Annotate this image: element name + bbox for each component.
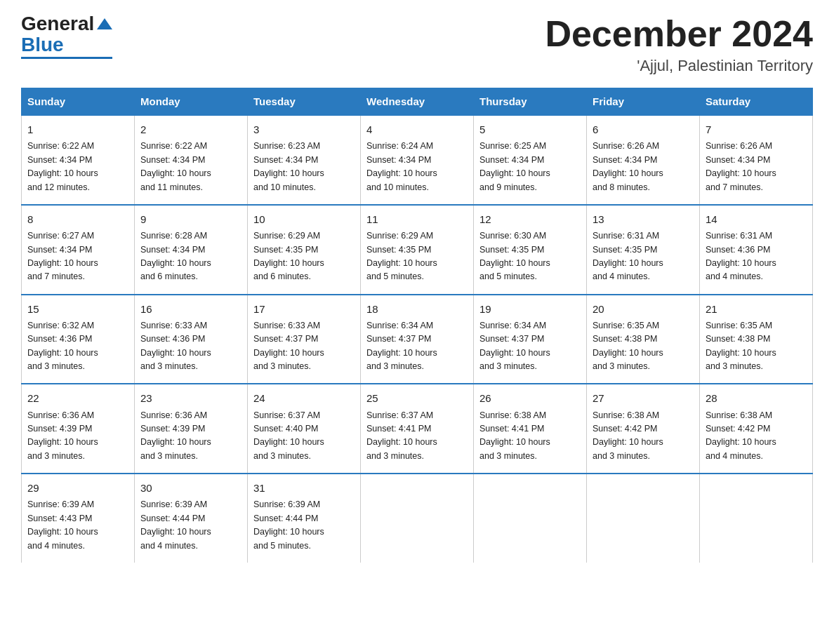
- day-of-week-header-row: SundayMondayTuesdayWednesdayThursdayFrid…: [22, 88, 813, 116]
- day-number: 28: [706, 390, 807, 406]
- logo: General Blue: [21, 14, 112, 59]
- calendar-cell: 1Sunrise: 6:22 AMSunset: 4:34 PMDaylight…: [22, 115, 135, 205]
- day-of-week-friday: Friday: [587, 88, 700, 116]
- calendar-week-5: 29Sunrise: 6:39 AMSunset: 4:43 PMDayligh…: [22, 474, 813, 563]
- calendar-cell: 10Sunrise: 6:29 AMSunset: 4:35 PMDayligh…: [248, 205, 361, 295]
- day-number: 27: [593, 390, 694, 406]
- day-of-week-saturday: Saturday: [700, 88, 813, 116]
- sunrise-info: Sunrise: 6:39 AMSunset: 4:43 PMDaylight:…: [27, 499, 98, 550]
- sunrise-info: Sunrise: 6:39 AMSunset: 4:44 PMDaylight:…: [253, 499, 324, 550]
- sunrise-info: Sunrise: 6:28 AMSunset: 4:34 PMDaylight:…: [140, 231, 211, 281]
- calendar-week-1: 1Sunrise: 6:22 AMSunset: 4:34 PMDaylight…: [22, 115, 813, 205]
- day-number: 18: [366, 301, 468, 317]
- day-number: 5: [479, 121, 581, 137]
- calendar-cell: 31Sunrise: 6:39 AMSunset: 4:44 PMDayligh…: [248, 474, 361, 563]
- calendar-cell: 25Sunrise: 6:37 AMSunset: 4:41 PMDayligh…: [361, 384, 474, 474]
- calendar-cell: [700, 474, 813, 563]
- calendar-cell: 16Sunrise: 6:33 AMSunset: 4:36 PMDayligh…: [135, 295, 248, 384]
- location-title: 'Ajjul, Palestinian Territory: [545, 57, 813, 75]
- day-number: 24: [253, 390, 355, 406]
- title-block: December 2024 'Ajjul, Palestinian Territ…: [545, 14, 813, 75]
- calendar-body: 1Sunrise: 6:22 AMSunset: 4:34 PMDaylight…: [22, 115, 813, 563]
- sunrise-info: Sunrise: 6:38 AMSunset: 4:41 PMDaylight:…: [479, 410, 550, 461]
- calendar-cell: 4Sunrise: 6:24 AMSunset: 4:34 PMDaylight…: [361, 115, 474, 205]
- sunrise-info: Sunrise: 6:37 AMSunset: 4:41 PMDaylight:…: [366, 410, 437, 461]
- day-number: 2: [140, 121, 241, 137]
- sunrise-info: Sunrise: 6:26 AMSunset: 4:34 PMDaylight:…: [593, 141, 663, 192]
- day-of-week-sunday: Sunday: [22, 88, 135, 116]
- sunrise-info: Sunrise: 6:35 AMSunset: 4:38 PMDaylight:…: [706, 321, 776, 371]
- calendar-cell: [361, 474, 474, 563]
- page-header: General Blue December 2024 'Ajjul, Pales…: [21, 14, 813, 75]
- calendar-week-2: 8Sunrise: 6:27 AMSunset: 4:34 PMDaylight…: [22, 205, 813, 295]
- calendar-cell: 30Sunrise: 6:39 AMSunset: 4:44 PMDayligh…: [135, 474, 248, 563]
- day-number: 7: [706, 121, 807, 137]
- sunrise-info: Sunrise: 6:39 AMSunset: 4:44 PMDaylight:…: [140, 499, 211, 550]
- calendar-cell: 24Sunrise: 6:37 AMSunset: 4:40 PMDayligh…: [248, 384, 361, 474]
- calendar-cell: [474, 474, 587, 563]
- sunrise-info: Sunrise: 6:36 AMSunset: 4:39 PMDaylight:…: [27, 410, 98, 461]
- sunrise-info: Sunrise: 6:34 AMSunset: 4:37 PMDaylight:…: [479, 321, 550, 371]
- calendar-week-4: 22Sunrise: 6:36 AMSunset: 4:39 PMDayligh…: [22, 384, 813, 474]
- calendar-cell: [587, 474, 700, 563]
- day-number: 21: [706, 301, 807, 317]
- calendar-cell: 23Sunrise: 6:36 AMSunset: 4:39 PMDayligh…: [135, 384, 248, 474]
- day-of-week-thursday: Thursday: [474, 88, 587, 116]
- calendar-cell: 11Sunrise: 6:29 AMSunset: 4:35 PMDayligh…: [361, 205, 474, 295]
- sunrise-info: Sunrise: 6:31 AMSunset: 4:36 PMDaylight:…: [706, 231, 776, 281]
- calendar-cell: 15Sunrise: 6:32 AMSunset: 4:36 PMDayligh…: [22, 295, 135, 384]
- sunrise-info: Sunrise: 6:35 AMSunset: 4:38 PMDaylight:…: [593, 321, 663, 371]
- day-number: 19: [479, 301, 581, 317]
- day-of-week-wednesday: Wednesday: [361, 88, 474, 116]
- sunrise-info: Sunrise: 6:29 AMSunset: 4:35 PMDaylight:…: [253, 231, 324, 281]
- day-number: 30: [140, 480, 241, 496]
- calendar-cell: 12Sunrise: 6:30 AMSunset: 4:35 PMDayligh…: [474, 205, 587, 295]
- calendar-cell: 27Sunrise: 6:38 AMSunset: 4:42 PMDayligh…: [587, 384, 700, 474]
- day-number: 11: [366, 211, 468, 227]
- sunrise-info: Sunrise: 6:37 AMSunset: 4:40 PMDaylight:…: [253, 410, 324, 461]
- sunrise-info: Sunrise: 6:27 AMSunset: 4:34 PMDaylight:…: [27, 231, 98, 281]
- day-number: 3: [253, 121, 355, 137]
- sunrise-info: Sunrise: 6:33 AMSunset: 4:36 PMDaylight:…: [140, 321, 211, 371]
- sunrise-info: Sunrise: 6:25 AMSunset: 4:34 PMDaylight:…: [479, 141, 550, 192]
- day-number: 16: [140, 301, 241, 317]
- sunrise-info: Sunrise: 6:24 AMSunset: 4:34 PMDaylight:…: [366, 141, 437, 192]
- calendar-cell: 20Sunrise: 6:35 AMSunset: 4:38 PMDayligh…: [587, 295, 700, 384]
- day-of-week-tuesday: Tuesday: [248, 88, 361, 116]
- logo-blue-text: Blue: [21, 35, 64, 55]
- day-number: 6: [593, 121, 694, 137]
- sunrise-info: Sunrise: 6:32 AMSunset: 4:36 PMDaylight:…: [27, 321, 98, 371]
- calendar-cell: 9Sunrise: 6:28 AMSunset: 4:34 PMDaylight…: [135, 205, 248, 295]
- calendar-cell: 3Sunrise: 6:23 AMSunset: 4:34 PMDaylight…: [248, 115, 361, 205]
- day-number: 23: [140, 390, 241, 406]
- sunrise-info: Sunrise: 6:30 AMSunset: 4:35 PMDaylight:…: [479, 231, 550, 281]
- sunrise-info: Sunrise: 6:38 AMSunset: 4:42 PMDaylight:…: [706, 410, 776, 461]
- calendar-cell: 7Sunrise: 6:26 AMSunset: 4:34 PMDaylight…: [700, 115, 813, 205]
- calendar-cell: 8Sunrise: 6:27 AMSunset: 4:34 PMDaylight…: [22, 205, 135, 295]
- calendar-cell: 18Sunrise: 6:34 AMSunset: 4:37 PMDayligh…: [361, 295, 474, 384]
- sunrise-info: Sunrise: 6:22 AMSunset: 4:34 PMDaylight:…: [140, 141, 211, 192]
- day-number: 31: [253, 480, 355, 496]
- calendar-cell: 14Sunrise: 6:31 AMSunset: 4:36 PMDayligh…: [700, 205, 813, 295]
- sunrise-info: Sunrise: 6:29 AMSunset: 4:35 PMDaylight:…: [366, 231, 437, 281]
- logo-underline: [21, 57, 112, 59]
- calendar-cell: 13Sunrise: 6:31 AMSunset: 4:35 PMDayligh…: [587, 205, 700, 295]
- day-number: 26: [479, 390, 581, 406]
- day-number: 15: [27, 301, 128, 317]
- day-number: 10: [253, 211, 355, 227]
- calendar-cell: 21Sunrise: 6:35 AMSunset: 4:38 PMDayligh…: [700, 295, 813, 384]
- sunrise-info: Sunrise: 6:33 AMSunset: 4:37 PMDaylight:…: [253, 321, 324, 371]
- calendar-cell: 17Sunrise: 6:33 AMSunset: 4:37 PMDayligh…: [248, 295, 361, 384]
- calendar-week-3: 15Sunrise: 6:32 AMSunset: 4:36 PMDayligh…: [22, 295, 813, 384]
- day-number: 9: [140, 211, 241, 227]
- day-number: 20: [593, 301, 694, 317]
- calendar-cell: 22Sunrise: 6:36 AMSunset: 4:39 PMDayligh…: [22, 384, 135, 474]
- sunrise-info: Sunrise: 6:23 AMSunset: 4:34 PMDaylight:…: [253, 141, 324, 192]
- logo-triangle-icon: [97, 18, 112, 29]
- calendar-cell: 5Sunrise: 6:25 AMSunset: 4:34 PMDaylight…: [474, 115, 587, 205]
- day-of-week-monday: Monday: [135, 88, 248, 116]
- calendar-cell: 28Sunrise: 6:38 AMSunset: 4:42 PMDayligh…: [700, 384, 813, 474]
- day-number: 13: [593, 211, 694, 227]
- day-number: 25: [366, 390, 468, 406]
- day-number: 14: [706, 211, 807, 227]
